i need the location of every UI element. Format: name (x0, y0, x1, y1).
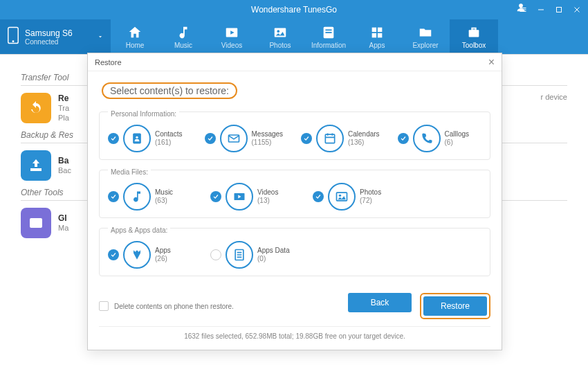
item-photos[interactable]: Photos(72) (313, 183, 403, 211)
item-contacts[interactable]: Contacts(161) (108, 125, 192, 152)
minimize-icon[interactable] (534, 3, 548, 17)
restore-button[interactable]: Restore (423, 296, 487, 316)
svg-rect-20 (325, 134, 334, 143)
check-icon[interactable] (301, 133, 312, 144)
calllogs-icon (413, 125, 441, 152)
svg-rect-11 (378, 27, 382, 31)
restore-icon (21, 93, 51, 123)
contacts-icon (123, 125, 151, 152)
toolbar: Samsung S6 Connected Home Music Videos P… (0, 19, 588, 54)
svg-rect-1 (557, 8, 562, 12)
back-button[interactable]: Back (348, 293, 412, 312)
nav-photos[interactable]: Photos (256, 19, 304, 54)
photos-icon (328, 183, 356, 211)
modal-close-icon[interactable]: × (488, 56, 495, 69)
menu-icon[interactable] (516, 3, 530, 17)
card-backup[interactable]: BaBac (21, 150, 71, 181)
nav-home[interactable]: Home (111, 19, 159, 54)
item-videos[interactable]: Videos(13) (210, 183, 300, 211)
close-icon[interactable] (570, 3, 584, 17)
delete-checkbox[interactable] (99, 301, 109, 311)
svg-rect-12 (372, 33, 376, 37)
calendars-icon (316, 125, 344, 152)
check-icon[interactable] (108, 133, 119, 144)
check-icon[interactable] (108, 249, 119, 260)
modal-titlebar: Restore × (88, 53, 502, 71)
svg-rect-15 (472, 28, 476, 30)
svg-rect-10 (372, 27, 376, 31)
gif-icon (21, 208, 51, 238)
item-messages[interactable]: Messages(1155) (205, 125, 289, 152)
item-calendars[interactable]: Calendars(136) (301, 125, 385, 152)
card-restore[interactable]: ReTraPla (21, 93, 69, 123)
device-status: Connected (25, 38, 73, 46)
messages-icon (220, 125, 248, 152)
group-personal: Personal Information: Contacts(161) Mess… (99, 111, 490, 160)
card-right-text: r device (540, 93, 567, 123)
group-personal-label: Personal Information: (108, 110, 179, 118)
svg-point-3 (12, 40, 15, 42)
svg-rect-14 (469, 30, 479, 37)
nav-music[interactable]: Music (159, 19, 208, 54)
check-icon[interactable] (313, 191, 324, 202)
check-icon[interactable] (398, 133, 409, 144)
svg-rect-9 (325, 32, 331, 33)
svg-point-18 (136, 136, 138, 138)
device-selector[interactable]: Samsung S6 Connected (0, 19, 111, 54)
svg-point-6 (277, 30, 279, 33)
nav-videos[interactable]: Videos (208, 19, 256, 54)
delete-option-label: Delete contents on phone then restore. (114, 303, 234, 310)
item-appsdata[interactable]: Apps Data(0) (210, 241, 300, 269)
card-gif[interactable]: GIMa (21, 208, 68, 238)
svg-rect-0 (538, 10, 544, 10)
group-media: Media Files: Music(63) Videos(13) Photos… (99, 170, 490, 218)
check-icon[interactable] (210, 249, 221, 260)
music-icon (123, 183, 151, 211)
chevron-down-icon (97, 30, 104, 43)
check-icon[interactable] (205, 133, 216, 144)
nav-explorer[interactable]: Explorer (401, 19, 450, 54)
maximize-icon[interactable] (552, 3, 566, 17)
item-calllogs[interactable]: Calllogs(6) (398, 125, 482, 152)
item-apps[interactable]: Apps(26) (108, 241, 198, 269)
nav-toolbox[interactable]: Toolbox (450, 19, 498, 54)
nav-information[interactable]: Information (304, 19, 353, 54)
nav: Home Music Videos Photos Information App… (111, 19, 588, 54)
modal-title: Restore (95, 58, 122, 66)
check-icon[interactable] (108, 191, 119, 202)
app-title: Wondershare TunesGo (251, 5, 337, 15)
modal-heading: Select content(s) to restore: (102, 82, 237, 99)
restore-modal: Restore × Select content(s) to restore: … (87, 53, 502, 350)
svg-rect-16 (30, 218, 42, 228)
apps-icon (123, 241, 151, 269)
device-name: Samsung S6 (25, 28, 73, 38)
check-icon[interactable] (210, 191, 221, 202)
videos-icon (226, 183, 253, 211)
group-apps-label: Apps & Apps data: (108, 226, 170, 234)
item-music[interactable]: Music(63) (108, 183, 198, 211)
group-apps: Apps & Apps data: Apps(26) Apps Data(0) (99, 228, 490, 276)
phone-icon (7, 26, 19, 47)
svg-point-23 (339, 195, 341, 197)
svg-rect-13 (378, 33, 382, 37)
nav-apps[interactable]: Apps (353, 19, 401, 54)
titlebar: Wondershare TunesGo (0, 0, 588, 19)
modal-footer: Delete contents on phone then restore. B… (99, 286, 490, 322)
appsdata-icon (226, 241, 253, 269)
backup-icon (21, 150, 51, 181)
group-media-label: Media Files: (108, 168, 151, 176)
svg-rect-8 (325, 29, 331, 30)
status-text: 1632 files selected, 652.98MB total; 19.… (99, 326, 490, 343)
